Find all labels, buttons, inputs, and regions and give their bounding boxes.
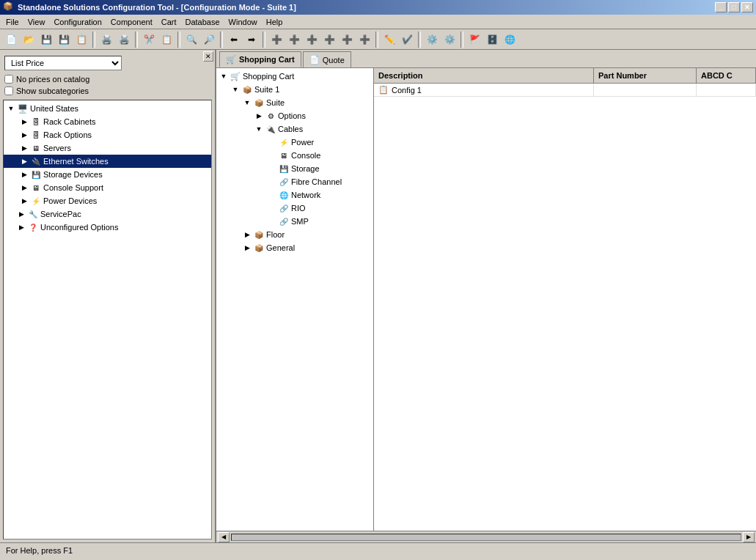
toolbar-add[interactable]: ➕ — [268, 32, 285, 48]
cart-console[interactable]: ▶ 🖥 Console — [216, 149, 373, 162]
no-prices-checkbox[interactable] — [4, 75, 13, 84]
icon-unconfigured: ❓ — [27, 221, 39, 233]
scroll-right[interactable]: ▶ — [743, 532, 755, 542]
col-description: Description — [374, 68, 594, 83]
left-panel-close[interactable]: ✕ — [203, 51, 213, 62]
cart-expander-cables[interactable]: ▼ — [253, 123, 265, 135]
icon-servers: 🖥 — [30, 142, 42, 154]
toolbar-new[interactable]: 📄 — [3, 32, 19, 48]
tree-rack-options[interactable]: ▶ 🗄 Rack Options — [4, 128, 211, 141]
menu-window[interactable]: Window — [224, 16, 262, 28]
toolbar-search[interactable]: 🔍 — [183, 32, 199, 48]
expander-rack-options[interactable]: ▶ — [18, 129, 30, 141]
expander-servers[interactable]: ▶ — [18, 142, 30, 154]
toolbar-zoom[interactable]: 🔎 — [201, 32, 217, 48]
cell-part-number — [594, 84, 697, 96]
expander-unconfigured[interactable]: ▶ — [15, 221, 27, 233]
toolbar-move2[interactable]: ➡ — [243, 32, 260, 48]
cart-network[interactable]: ▶ 🌐 Network — [216, 188, 373, 202]
tree-storage-devices[interactable]: ▶ 💾 Storage Devices — [4, 168, 211, 181]
toolbar-flag[interactable]: 🚩 — [466, 32, 482, 48]
toolbar-add5[interactable]: ➕ — [339, 32, 355, 48]
status-bar: For Help, press F1 — [0, 542, 756, 557]
cart-cables[interactable]: ▼ 🔌 Cables — [216, 122, 373, 136]
toolbar-cut[interactable]: ✂️ — [141, 32, 157, 48]
toolbar-save[interactable]: 💾 — [38, 32, 54, 48]
toolbar-add6[interactable]: ➕ — [356, 32, 373, 48]
expander-ethernet[interactable]: ▶ — [18, 155, 30, 167]
toolbar-add2[interactable]: ➕ — [286, 32, 302, 48]
cart-icon-root: 🛒 — [230, 70, 241, 82]
menu-help[interactable]: Help — [262, 16, 287, 28]
toolbar-print2[interactable]: 🖨️ — [116, 32, 132, 48]
toolbar-add4[interactable]: ➕ — [321, 32, 337, 48]
toolbar-move[interactable]: ⬅ — [226, 32, 242, 48]
menu-configuration[interactable]: Configuration — [49, 16, 106, 28]
toolbar-check[interactable]: ✔️ — [399, 32, 415, 48]
expander-rack-cabinets[interactable]: ▶ — [18, 116, 30, 128]
toolbar-config[interactable]: ⚙️ — [424, 32, 440, 48]
tree-servicepac[interactable]: ▶ 🔧 ServicePac — [4, 207, 211, 221]
tree-power-devices[interactable]: ▶ ⚡ Power Devices — [4, 194, 211, 207]
tree-servers[interactable]: ▶ 🖥 Servers — [4, 141, 211, 155]
expander-us[interactable]: ▼ — [5, 103, 17, 114]
tab-shopping-cart[interactable]: 🛒 Shopping Cart — [219, 51, 301, 67]
tree-console-support[interactable]: ▶ 🖥 Console Support — [4, 181, 211, 194]
cart-options[interactable]: ▶ ⚙ Options — [216, 109, 373, 122]
category-tree[interactable]: ▼ 🖥️ United States ▶ 🗄 Rack Cabinets ▶ 🗄… — [3, 100, 212, 539]
toolbar-open[interactable]: 📂 — [21, 32, 37, 48]
minimize-button[interactable]: _ — [715, 2, 727, 12]
scroll-left[interactable]: ◀ — [218, 532, 230, 542]
menu-view[interactable]: View — [23, 16, 50, 28]
expander-console[interactable]: ▶ — [18, 182, 30, 194]
cart-floor[interactable]: ▶ 📦 Floor — [216, 228, 373, 241]
cart-rio[interactable]: ▶ 🔗 RIO — [216, 202, 373, 215]
cart-icon-general: 📦 — [253, 242, 265, 254]
expander-power[interactable]: ▶ — [18, 195, 30, 207]
cart-storage[interactable]: ▶ 💾 Storage — [216, 162, 373, 175]
toolbar-copy[interactable]: 📋 — [158, 32, 175, 48]
show-subcategories-checkbox[interactable] — [4, 86, 13, 95]
toolbar-config2[interactable]: ⚙️ — [441, 32, 458, 48]
cart-expander-floor[interactable]: ▶ — [241, 229, 253, 240]
menu-cart[interactable]: Cart — [157, 16, 181, 28]
toolbar-btn5[interactable]: 📋 — [73, 32, 89, 48]
cart-expander-suite[interactable]: ▼ — [241, 97, 253, 108]
expander-servicepac[interactable]: ▶ — [15, 208, 27, 220]
toolbar-add3[interactable]: ➕ — [304, 32, 320, 48]
expander-storage[interactable]: ▶ — [18, 169, 30, 180]
cart-icon-suite1: 📦 — [241, 84, 253, 95]
cart-suite[interactable]: ▼ 📦 Suite — [216, 96, 373, 109]
cart-power[interactable]: ▶ ⚡ Power — [216, 136, 373, 149]
scroll-track[interactable] — [231, 534, 741, 541]
toolbar-db2[interactable]: 🌐 — [502, 32, 518, 48]
toolbar-print[interactable]: 🖨️ — [98, 32, 114, 48]
cell-icon: 📋 — [378, 85, 389, 95]
cart-icon-power: ⚡ — [278, 136, 290, 148]
maximize-button[interactable]: □ — [728, 2, 740, 12]
tab-quote[interactable]: 📄 Quote — [303, 51, 351, 67]
cart-expander-general[interactable]: ▶ — [241, 242, 253, 254]
cart-expander-options[interactable]: ▶ — [253, 110, 265, 122]
menu-file[interactable]: File — [1, 16, 23, 28]
cart-tree[interactable]: ▼ 🛒 Shopping Cart ▼ 📦 Suite 1 ▼ 📦 Suite — [216, 68, 374, 531]
toolbar-edit[interactable]: ✏️ — [381, 32, 397, 48]
price-dropdown[interactable]: List Price — [4, 56, 122, 70]
cart-general[interactable]: ▶ 📦 General — [216, 241, 373, 254]
cart-smp[interactable]: ▶ 🔗 SMP — [216, 215, 373, 228]
cart-fibre[interactable]: ▶ 🔗 Fibre Channel — [216, 175, 373, 188]
toolbar-db[interactable]: 🗄️ — [484, 32, 500, 48]
tree-unconfigured[interactable]: ▶ ❓ Unconfigured Options — [4, 221, 211, 234]
menu-component[interactable]: Component — [106, 16, 157, 28]
cart-suite1[interactable]: ▼ 📦 Suite 1 — [216, 83, 373, 96]
cart-expander-root[interactable]: ▼ — [218, 70, 230, 82]
close-button[interactable]: ✕ — [741, 2, 753, 12]
cart-root[interactable]: ▼ 🛒 Shopping Cart — [216, 70, 373, 83]
tree-ethernet-switches[interactable]: ▶ 🔌 Ethernet Switches — [4, 155, 211, 168]
tree-united-states[interactable]: ▼ 🖥️ United States — [4, 102, 211, 115]
tree-rack-cabinets[interactable]: ▶ 🗄 Rack Cabinets — [4, 115, 211, 128]
cart-expander-suite1[interactable]: ▼ — [230, 84, 241, 95]
cart-icon-fibre: 🔗 — [278, 176, 290, 188]
menu-database[interactable]: Database — [180, 16, 224, 28]
toolbar-save2[interactable]: 💾 — [56, 32, 72, 48]
